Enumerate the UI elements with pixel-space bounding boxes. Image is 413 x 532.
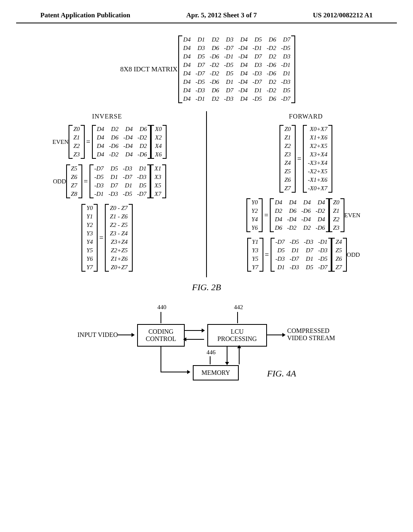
matrix-cell: Z5: [69, 164, 80, 173]
matrix-cell: Z0: [331, 198, 342, 207]
matrix-cell: -D7: [221, 44, 236, 52]
matrix-cell: -D5: [287, 238, 301, 246]
matrix-cell: D1: [279, 69, 293, 78]
matrix-cell: -D2: [207, 69, 221, 78]
matrix-cell: D4: [181, 61, 193, 69]
matrix-cell: -D3: [287, 263, 301, 272]
transform-columns: INVERSE EVEN Z0Z1Z2Z3 = D4D2D4D6D4D6-D4-…: [28, 111, 385, 277]
matrix-cell: -D5: [221, 61, 236, 69]
matrix-cell: D2: [135, 142, 149, 150]
lcu-processing-box: LCU PROCESSING: [207, 324, 267, 347]
inverse-column: INVERSE EVEN Z0Z1Z2Z3 = D4D2D4D6D4D6-D4-…: [28, 111, 186, 277]
matrix-cell: X2: [152, 133, 164, 142]
matrix-cell: D4: [285, 198, 299, 207]
matrix-cell: D7: [279, 35, 293, 44]
matrix-cell: Z7: [282, 184, 293, 193]
matrix-cell: D2: [106, 125, 121, 133]
matrix-cell: -D2: [285, 224, 299, 232]
matrix-cell: X4: [152, 142, 164, 150]
matrix-cell: -X3+X4: [305, 159, 330, 167]
matrix-cell: Z1: [331, 207, 342, 215]
matrix-cell: -D7: [92, 164, 106, 173]
matrix-cell: Z4: [333, 238, 344, 246]
header-left: Patent Application Publication: [40, 11, 130, 19]
forward-even-block: Y0Y2Y4Y6 = D4D4D4D4D2D6-D6-D2D4-D4-D4D4D…: [227, 198, 385, 232]
ref-440: 440: [157, 304, 167, 311]
figure-2b-caption: FIG. 2B: [28, 282, 385, 293]
idct-matrix-section: 8X8 IDCT MATRIX D4D1D2D3D4D5D6D7D4D3D6-D…: [28, 35, 385, 103]
matrix-cell: Y3: [250, 246, 261, 255]
matrix-cell: D4: [94, 133, 106, 142]
matrix-cell: Z6: [69, 173, 80, 181]
matrix-cell: D6: [264, 95, 278, 103]
matrix-cell: Z1+Z6: [107, 255, 130, 263]
matrix-cell: -D3: [135, 173, 149, 181]
matrix-cell: D7: [250, 52, 264, 61]
matrix-cell: -D7: [273, 238, 287, 246]
matrix-cell: Z1: [282, 133, 293, 142]
matrix-cell: -D1: [92, 190, 106, 198]
matrix-cell: D1: [221, 78, 236, 86]
matrix-cell: D6: [264, 35, 278, 44]
matrix-cell: Z1: [71, 133, 82, 142]
matrix-cell: -D6: [135, 150, 149, 159]
matrix-cell: Y4: [84, 238, 95, 246]
arrow-lcu-to-cc-bot: [184, 339, 204, 340]
arrow-cc-to-lcu-top: [184, 330, 204, 331]
matrix-cell: Z0: [71, 125, 82, 133]
matrix-cell: -D3: [316, 246, 330, 255]
column-separator: [206, 111, 207, 277]
idct-matrix: D4D1D2D3D4D5D6D7D4D3D6-D7-D4-D1-D2-D5D4D…: [181, 35, 293, 103]
matrix-cell: -D4: [236, 44, 250, 52]
matrix-cell: -D3: [250, 69, 264, 78]
matrix-cell: Y0: [249, 198, 260, 207]
matrix-cell: -D4: [236, 86, 250, 95]
even-label: EVEN: [52, 139, 69, 145]
matrix-cell: -D6: [106, 142, 121, 150]
forward-z-block: Z0Z1Z2Z3Z4Z5Z6Z7 = X0+X7X1+X6X2+X5X3+X4-…: [227, 125, 385, 193]
matrix-cell: D4: [236, 35, 250, 44]
matrix-cell: X7: [152, 190, 164, 198]
matrix-cell: Y6: [84, 255, 95, 263]
matrix-cell: -D1: [193, 95, 207, 103]
matrix-cell: D5: [279, 86, 293, 95]
matrix-cell: -D2: [313, 207, 327, 215]
matrix-cell: D2: [299, 224, 313, 232]
matrix-cell: D1: [193, 35, 207, 44]
matrix-cell: D6: [106, 133, 121, 142]
matrix-cell: D1: [106, 173, 120, 181]
matrix-cell: X1: [152, 164, 164, 173]
matrix-cell: Z7: [333, 263, 344, 272]
matrix-cell: -D3: [273, 255, 287, 263]
matrix-cell: D3: [221, 35, 236, 44]
matrix-cell: D4: [181, 52, 193, 61]
matrix-cell: Z8: [69, 190, 80, 198]
matrix-cell: -D1: [221, 52, 236, 61]
matrix-cell: -D2: [135, 133, 149, 142]
matrix-cell: D7: [221, 86, 236, 95]
matrix-cell: -D7: [316, 263, 330, 272]
matrix-cell: -X1+X6: [305, 176, 330, 184]
matrix-cell: Z5: [333, 246, 344, 255]
matrix-cell: Z4: [282, 159, 293, 167]
matrix-cell: D4: [181, 69, 193, 78]
memory-box: MEMORY: [193, 365, 239, 380]
matrix-cell: D5: [301, 263, 315, 272]
matrix-cell: Y7: [84, 263, 95, 272]
matrix-cell: -D3: [279, 78, 293, 86]
matrix-cell: -D5: [193, 78, 207, 86]
matrix-cell: D4: [181, 44, 193, 52]
inverse-even-block: EVEN Z0Z1Z2Z3 = D4D2D4D6D4D6-D4-D2D4-D6-…: [28, 125, 186, 159]
matrix-cell: -D3: [221, 95, 236, 103]
matrix-cell: D5: [250, 35, 264, 44]
matrix-cell: X1+X6: [305, 133, 330, 142]
matrix-cell: D6: [207, 86, 221, 95]
matrix-cell: Y7: [250, 263, 261, 272]
matrix-cell: D2: [207, 35, 221, 44]
matrix-cell: -X0+X7: [305, 184, 330, 193]
matrix-cell: Z3+Z4: [107, 238, 130, 246]
matrix-cell: D4: [236, 61, 250, 69]
matrix-cell: -D4: [285, 215, 299, 224]
matrix-cell: Y5: [250, 255, 261, 263]
matrix-cell: -D3: [106, 190, 120, 198]
